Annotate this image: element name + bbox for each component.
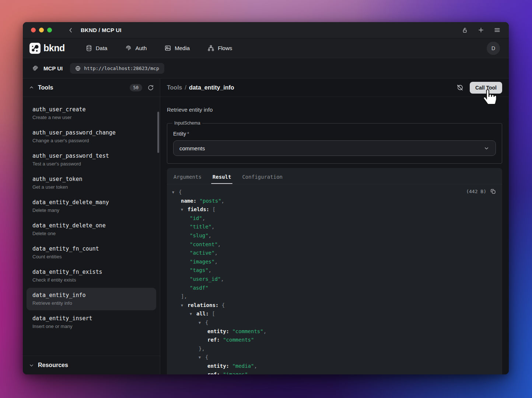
json-line: "tags", — [172, 266, 495, 275]
tab-arguments[interactable]: Arguments — [174, 174, 202, 184]
nav-item-data[interactable]: Data — [85, 45, 108, 52]
brand-name: bknd — [43, 43, 65, 53]
sidebar-scrollbar[interactable] — [157, 112, 159, 153]
zoom-window-button[interactable] — [47, 28, 52, 32]
json-line[interactable]: ▼{ — [172, 353, 495, 362]
tool-list-item-auth_user_password_change[interactable]: auth_user_password_changeChange a user's… — [27, 125, 156, 148]
tool-list-item-data_entity_fn_exists[interactable]: data_entity_fn_existsCheck if entity exi… — [27, 265, 156, 287]
minimize-window-button[interactable] — [39, 28, 44, 32]
json-line[interactable]: ▼all: [ — [172, 310, 495, 318]
image-icon — [164, 45, 171, 52]
tab-result[interactable]: Result — [213, 174, 231, 184]
fingerprint-icon — [125, 45, 132, 52]
window-title: BKND / MCP UI — [81, 27, 122, 33]
flow-icon — [207, 45, 214, 52]
close-window-button[interactable] — [31, 28, 36, 32]
lock-icon[interactable] — [462, 27, 468, 34]
collapse-arrow-icon[interactable]: ▼ — [181, 205, 188, 214]
required-mark: * — [187, 131, 189, 137]
nav-item-auth[interactable]: Auth — [125, 45, 147, 52]
tool-description: Delete many — [32, 207, 153, 213]
mcp-url-pill[interactable]: http://localhost:28623/mcp — [70, 63, 164, 74]
primary-nav: DataAuthMediaFlows — [85, 45, 232, 52]
traffic-lights — [31, 28, 52, 32]
breadcrumb-separator: / — [185, 84, 186, 91]
refresh-tools-button[interactable] — [147, 84, 154, 91]
input-schema-legend: InputSchema — [172, 121, 202, 126]
tool-list-item-data_entity_info[interactable]: data_entity_infoRetrieve entity info — [27, 288, 156, 310]
brand-logo[interactable]: bknd — [29, 43, 65, 54]
result-tabbar: ArgumentsResultConfiguration — [167, 168, 502, 184]
nav-item-media[interactable]: Media — [164, 45, 190, 52]
copy-icon[interactable] — [490, 188, 496, 195]
tool-list-item-data_entity_delete_many[interactable]: data_entity_delete_manyDelete many — [27, 195, 156, 217]
globe-icon — [75, 66, 81, 71]
nav-item-label: Auth — [135, 45, 147, 51]
collapse-arrow-icon[interactable]: ▼ — [199, 318, 205, 327]
json-line[interactable]: ▼{ — [172, 318, 495, 327]
tool-description: Create a new user — [32, 115, 153, 120]
tab-configuration[interactable]: Configuration — [242, 174, 283, 184]
database-icon — [85, 45, 92, 52]
tool-list-item-auth_user_token[interactable]: auth_user_tokenGet a user token — [27, 172, 156, 194]
chevron-down-icon — [29, 363, 34, 368]
collapse-arrow-icon[interactable]: ▼ — [172, 188, 179, 197]
tool-list-item-data_entity_delete_one[interactable]: data_entity_delete_oneDelete one — [27, 218, 156, 241]
entity-select[interactable]: comments — [173, 140, 496, 156]
collapse-arrow-icon[interactable]: ▼ — [190, 310, 196, 318]
json-line: "images", — [172, 258, 495, 266]
json-line: }, — [172, 345, 495, 353]
tool-name: data_entity_delete_many — [32, 199, 153, 206]
collapse-arrow-icon[interactable]: ▼ — [181, 301, 188, 310]
tool-description: Check if entity exists — [32, 277, 153, 283]
nav-item-label: Flows — [218, 45, 232, 51]
chevron-down-icon — [483, 145, 490, 151]
chevron-up-icon — [29, 85, 34, 90]
json-line: "asdf" — [172, 284, 495, 293]
mcp-url: http://localhost:28623/mcp — [84, 66, 159, 71]
resources-section-header[interactable]: Resources — [23, 356, 160, 374]
json-line: "id", — [172, 214, 495, 223]
tools-section-header[interactable]: Tools 50 — [23, 78, 160, 97]
json-line: ref: "images" — [172, 370, 495, 374]
tool-description: Get a user token — [32, 184, 153, 190]
tool-name: auth_user_password_test — [32, 153, 153, 159]
json-line: "users_id", — [172, 275, 495, 284]
nav-item-label: Media — [175, 45, 190, 51]
tool-detail-panel: Tools / data_entity_info Call Tool Retri… — [160, 78, 509, 374]
tool-list-item-auth_user_create[interactable]: auth_user_createCreate a new user — [27, 102, 156, 125]
app-navbar: bknd DataAuthMediaFlows D — [23, 38, 509, 58]
breadcrumb-section[interactable]: Tools — [167, 84, 182, 91]
tools-sidebar: Tools 50 auth_user_createCreate a new us… — [23, 78, 160, 374]
app-window: BKND / MCP UI bknd DataAuthMediaFlows D — [23, 22, 509, 374]
tool-name: data_entity_fn_exists — [32, 269, 153, 275]
back-button[interactable] — [67, 27, 74, 34]
json-line: ], — [172, 292, 495, 301]
entity-select-value: comments — [179, 145, 205, 151]
input-schema-fieldset: InputSchema Entity* comments — [167, 121, 502, 164]
json-line: entity: "comments", — [172, 327, 495, 336]
tool-list-item-data_entity_insert[interactable]: data_entity_insertInsert one or many — [27, 311, 156, 334]
history-off-icon[interactable] — [456, 84, 464, 91]
tool-list-item-data_entity_fn_count[interactable]: data_entity_fn_countCount entities — [27, 241, 156, 264]
tool-name: data_entity_insert — [32, 315, 153, 322]
json-line: "title", — [172, 223, 495, 231]
entity-field-label: Entity* — [173, 131, 496, 137]
user-avatar[interactable]: D — [487, 42, 500, 55]
json-line[interactable]: ▼relations: { — [172, 301, 495, 310]
avatar-initial: D — [491, 45, 495, 51]
bknd-logo-icon — [29, 43, 41, 54]
json-line: "slug", — [172, 231, 495, 240]
nav-item-flows[interactable]: Flows — [207, 45, 232, 52]
json-line[interactable]: ▼{ — [172, 188, 495, 197]
menu-icon[interactable] — [494, 27, 501, 34]
json-line: "content", — [172, 240, 495, 249]
tool-list-item-auth_user_password_test[interactable]: auth_user_password_testTest a user's pas… — [27, 149, 156, 171]
call-tool-button[interactable]: Call Tool — [470, 82, 502, 94]
new-tab-icon[interactable] — [477, 27, 484, 34]
collapse-arrow-icon[interactable]: ▼ — [199, 353, 205, 362]
json-line[interactable]: ▼fields: [ — [172, 205, 495, 214]
tool-description: Delete one — [32, 231, 153, 236]
titlebar: BKND / MCP UI — [23, 22, 509, 38]
json-line: "active", — [172, 249, 495, 258]
